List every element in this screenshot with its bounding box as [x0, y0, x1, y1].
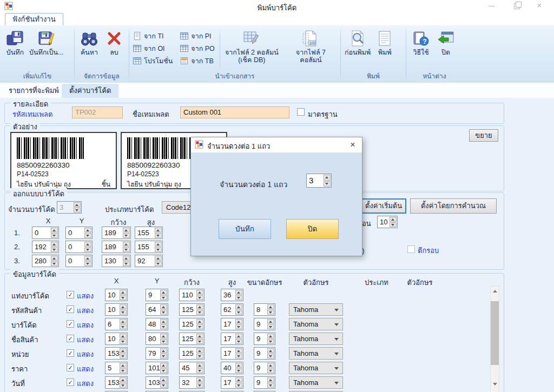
w-spinner[interactable]: 125 [179, 303, 205, 316]
tab-print-list[interactable]: รายการที่จะพิมพ์ [1, 84, 67, 98]
font-dropdown[interactable]: Tahoma [289, 333, 343, 345]
x-spinner[interactable]: 10 [105, 333, 128, 345]
search-button[interactable]: ค้นหา [77, 27, 102, 56]
h-spinner[interactable]: 17 [221, 318, 243, 330]
stamps-per-row-spinner[interactable]: 3 [306, 174, 332, 188]
w-spinner[interactable]: 110 [179, 289, 205, 301]
y-spinner[interactable]: 103 [146, 376, 168, 389]
design-h-spinner[interactable]: 155 [135, 227, 163, 239]
h-spinner[interactable]: 17 [221, 347, 243, 360]
promotion-button[interactable]: โปรโมชั่น [131, 56, 174, 66]
spin-up[interactable] [324, 175, 331, 181]
show-checkbox[interactable]: ✓ [67, 335, 74, 342]
ribbon-tab-functions[interactable]: ฟังก์ชันทำงาน [5, 13, 63, 25]
x-spinner[interactable]: 10 [105, 303, 128, 316]
font-dropdown[interactable]: Tahoma [289, 362, 343, 374]
w-spinner[interactable]: 125 [179, 318, 205, 330]
font-dropdown[interactable]: Tahoma [289, 303, 343, 316]
show-checkbox[interactable]: ✓ [67, 291, 74, 298]
dialog-close-button[interactable]: × [346, 138, 360, 151]
y-spinner[interactable]: 79 [146, 347, 168, 360]
h-spinner[interactable]: 40 [221, 362, 243, 374]
font-size-spinner[interactable]: 8 [254, 303, 275, 316]
w-spinner[interactable]: 125 [179, 333, 205, 345]
from-ti-button[interactable]: จาก TI [131, 31, 174, 41]
table-scrollbar[interactable] [490, 286, 499, 392]
spin-down[interactable] [74, 208, 81, 212]
font-dropdown[interactable]: Tahoma [289, 347, 343, 360]
dialog-save-button[interactable]: บันทึก [219, 219, 271, 239]
y-spinner[interactable]: 48 [146, 318, 168, 330]
font-dropdown[interactable]: Tahoma [289, 318, 343, 330]
show-checkbox[interactable]: ✓ [67, 305, 74, 313]
y-spinner[interactable]: 80 [146, 333, 168, 345]
show-checkbox[interactable]: ✓ [67, 320, 74, 328]
y-spinner[interactable]: 64 [146, 303, 168, 316]
y-spinner[interactable]: 9 [146, 289, 168, 301]
from-tb-button[interactable]: จาก TB [179, 56, 216, 66]
design-y-spinner[interactable]: 0 [65, 255, 93, 267]
font-dropdown[interactable]: Tahoma [289, 376, 343, 389]
close-window-button[interactable]: ปิด [433, 27, 458, 56]
design-y-spinner[interactable]: 0 [65, 227, 93, 239]
font-size-spinner[interactable]: 9 [254, 333, 275, 345]
y-spinner[interactable]: 101 [146, 362, 168, 374]
show-checkbox[interactable]: ✓ [67, 349, 74, 357]
font-size-spinner[interactable]: 9 [254, 318, 275, 330]
from-file-2-columns-button[interactable]: จากไฟล์ 2 คอลัมน์ (เช็ค DB) [223, 27, 280, 64]
design-w-spinner[interactable]: 189 [102, 227, 131, 239]
print-preview-button[interactable]: ก่อนพิมพ์ [343, 27, 372, 56]
h-spinner[interactable]: 17 [221, 333, 243, 345]
horizontal-count-spinner[interactable]: 10 [377, 216, 398, 228]
w-spinner[interactable]: 32 [179, 376, 205, 389]
tab-barcode-settings[interactable]: ตั้งค่าบาร์โค้ด [62, 84, 118, 98]
x-spinner[interactable]: 10 [105, 289, 128, 301]
w-spinner[interactable]: 45 [179, 362, 205, 374]
design-x-spinner[interactable]: 192 [32, 241, 59, 253]
spin-down[interactable] [324, 181, 331, 187]
h-spinner[interactable]: 62 [221, 303, 243, 316]
show-checkbox[interactable]: ✓ [67, 364, 74, 371]
delete-button[interactable]: ลบ [102, 27, 127, 56]
design-y-spinner[interactable]: 0 [65, 241, 93, 253]
close-button[interactable]: × [530, 0, 549, 12]
x-spinner[interactable]: 6 [105, 318, 128, 330]
x-spinner[interactable]: 153 [105, 347, 128, 360]
design-h-spinner[interactable]: 155 [135, 241, 163, 253]
x-spinner[interactable]: 5 [105, 362, 128, 374]
show-checkbox[interactable]: ✓ [67, 378, 74, 386]
minimize-button[interactable] [483, 0, 501, 12]
set-default-button[interactable]: ตั้งค่าเริ่มต้น [361, 198, 406, 214]
set-by-calculation-button[interactable]: ตั้งค่าโดยการคำนวณ [410, 198, 497, 214]
font-size-spinner[interactable]: 9 [254, 362, 275, 374]
help-button[interactable]: ? วิธีใช้ [408, 27, 433, 56]
barcode-count-spinner[interactable]: 3 [57, 201, 82, 214]
design-x-spinner[interactable]: 0 [32, 227, 59, 239]
restore-button[interactable] [507, 0, 526, 12]
design-h-spinner[interactable]: 92 [135, 255, 163, 267]
x-spinner[interactable]: 153 [105, 376, 128, 389]
standard-checkbox[interactable] [297, 108, 305, 116]
w-spinner[interactable]: 125 [179, 347, 205, 360]
from-oi-button[interactable]: จาก OI [131, 43, 174, 54]
spin-up[interactable] [74, 202, 81, 207]
scroll-down-icon[interactable] [491, 380, 499, 388]
from-file-7-columns-button[interactable]: 100 จากไฟล์ 7 คอลัมน์ [283, 27, 338, 64]
template-code-field[interactable]: TP002 [72, 107, 123, 118]
design-w-spinner[interactable]: 130 [102, 255, 131, 267]
design-x-spinner[interactable]: 280 [32, 255, 59, 267]
from-pi-button[interactable]: จาก PI [179, 31, 216, 41]
expand-button[interactable]: ขยาย [469, 129, 498, 142]
h-spinner[interactable]: 17 [221, 376, 243, 389]
scroll-up-icon[interactable] [491, 287, 499, 295]
h-spinner[interactable]: 36 [221, 289, 243, 301]
dialog-close-action-button[interactable]: ปิด [286, 219, 339, 239]
frame-checkbox[interactable] [407, 245, 415, 253]
design-w-spinner[interactable]: 189 [102, 241, 131, 253]
print-button[interactable]: พิมพ์ [372, 27, 397, 56]
from-po-button[interactable]: จาก PO [179, 43, 216, 54]
font-size-spinner[interactable]: 9 [254, 376, 275, 389]
scrollbar-thumb[interactable] [491, 301, 499, 365]
font-size-spinner[interactable]: 9 [254, 347, 275, 360]
save-as-button[interactable]: บันทึกเป็น... [28, 27, 65, 56]
